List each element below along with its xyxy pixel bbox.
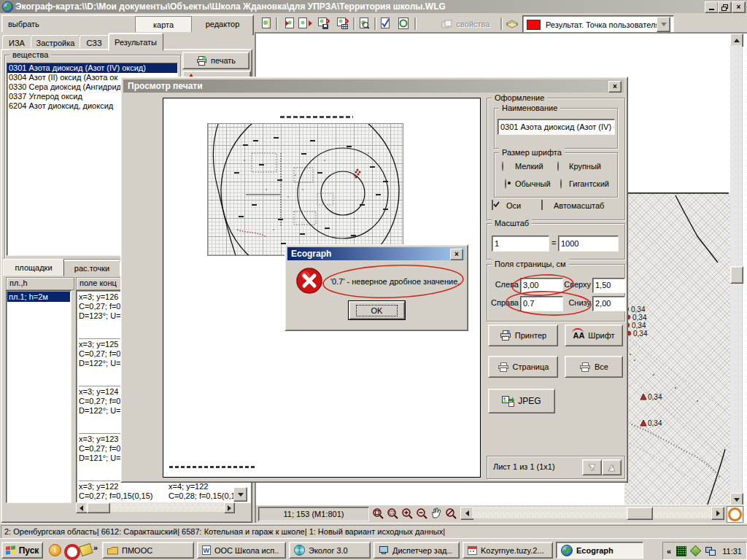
taskbar-item-ecolog[interactable]: Эколог 3.0	[289, 542, 371, 559]
save-map-icon[interactable]	[317, 17, 330, 31]
tab-ras-tochki[interactable]: рас.точки	[63, 260, 120, 276]
page-button[interactable]: Страница	[488, 356, 558, 378]
radio-small-label: Мелкий	[515, 162, 543, 171]
zoom-out-icon[interactable]	[415, 507, 428, 521]
app-icon	[2, 1, 13, 12]
new-map-icon[interactable]	[260, 17, 273, 31]
axes-checkbox[interactable]	[492, 200, 493, 210]
jpeg-button-label: JPEG	[518, 396, 541, 406]
page-microfooter	[169, 466, 257, 468]
minimize-button[interactable]	[705, 1, 719, 13]
map-coords: 11; 153 (М1:801)	[258, 507, 369, 521]
radio-giant[interactable]	[560, 179, 562, 189]
autoscale-checkbox[interactable]	[541, 200, 543, 210]
tray-more[interactable]: «	[667, 547, 671, 556]
zoom-in-icon[interactable]	[400, 507, 414, 521]
margin-top-input[interactable]: 1,50	[592, 278, 625, 293]
ecolog-icon	[294, 545, 305, 556]
printer-button[interactable]: Принтер	[488, 324, 558, 346]
taskbar-item-ecograph[interactable]: Ecograph	[556, 542, 643, 559]
print-preview-icon	[196, 56, 207, 66]
scale-denominator-input[interactable]: 1000	[558, 236, 619, 252]
clock-tool-icon[interactable]	[727, 506, 743, 523]
layers-icon[interactable]	[505, 19, 519, 31]
jpeg-button[interactable]: JPEG	[488, 389, 555, 413]
taskbar-item-taskmgr[interactable]: Диспетчер зад...	[374, 542, 460, 559]
scroll-right-icon[interactable]	[711, 507, 724, 520]
window-title: Экограф-карта:\\D:\Мои документы\Объекты…	[15, 1, 694, 12]
taskbar-item-label: Kozyrnye.tuzy.2...	[481, 546, 544, 555]
tray-network-icon[interactable]	[705, 547, 716, 556]
map-vscrollbar[interactable]	[730, 34, 743, 505]
taskbar-item-pmoos[interactable]: ПМООС	[102, 542, 194, 559]
tab-ploshchadki[interactable]: площадки	[3, 259, 64, 276]
restore-button[interactable]	[718, 1, 732, 13]
quicklaunch-more[interactable]: »	[93, 543, 98, 552]
error-close-icon[interactable]: ×	[450, 249, 463, 260]
taskbar-item-kozyrnye[interactable]: Kozyrnye.tuzy.2...	[462, 542, 553, 559]
layer-combobox-dropdown[interactable]	[657, 17, 670, 32]
zoom-page-icon[interactable]	[371, 507, 384, 521]
next-sheet-button[interactable]	[602, 459, 622, 475]
print-button[interactable]: печать	[182, 52, 249, 69]
start-button[interactable]: Пуск	[1, 542, 43, 559]
pan-hand-icon[interactable]	[430, 507, 443, 521]
tab-results[interactable]: Результаты	[108, 33, 163, 51]
tray-diamond-icon[interactable]	[690, 545, 702, 557]
design-label: Оформление	[492, 93, 547, 103]
error-icon	[295, 267, 323, 296]
layer-combobox[interactable]: Результат. Точка пользователя	[522, 15, 674, 34]
properties-button[interactable]: свойства	[433, 15, 498, 33]
site-item[interactable]: пл.1; h=2м	[7, 292, 70, 302]
scroll-right-icon[interactable]	[224, 502, 235, 513]
conc-hscrollbar[interactable]	[76, 502, 233, 513]
tab-label: Результаты	[115, 38, 157, 47]
map-hscrollbar[interactable]	[460, 507, 723, 519]
scale-numerator-input[interactable]: 1	[492, 236, 549, 252]
close-button[interactable]: ×	[732, 1, 746, 13]
target-icon[interactable]	[397, 17, 410, 31]
toolbar-separator	[500, 18, 503, 30]
preview-close-icon[interactable]: ×	[608, 81, 622, 93]
radio-small[interactable]	[502, 161, 503, 171]
all-button[interactable]: Все	[565, 356, 623, 378]
quicklaunch-info-icon[interactable]: i	[49, 544, 61, 556]
scroll-thumb[interactable]	[87, 502, 110, 513]
quicklaunch-opera-icon[interactable]	[64, 544, 80, 560]
scroll-thumb[interactable]	[627, 507, 653, 520]
export-map-icon[interactable]	[298, 17, 312, 31]
preview-icon[interactable]	[357, 17, 371, 31]
zoom-off-icon[interactable]	[444, 507, 457, 521]
jpeg-icon	[502, 396, 514, 407]
conc-item[interactable]: x=3; y=122C=0,27; f=0,15(0,15)D=120°; U=…	[79, 482, 165, 503]
tray-grid-icon[interactable]	[676, 546, 686, 556]
radio-large[interactable]	[557, 161, 559, 171]
margin-left-input[interactable]: 3,00	[520, 278, 563, 293]
name-input[interactable]: 0301 Азота диоксид (Азот (IV) о	[498, 119, 615, 135]
zoom-rect-icon[interactable]	[386, 507, 399, 521]
font-button[interactable]: AA Шрифт	[565, 324, 623, 346]
check-icon[interactable]	[379, 17, 392, 31]
ecograph-icon	[561, 545, 573, 556]
save-table-icon[interactable]	[336, 17, 349, 31]
import-map-icon[interactable]	[280, 17, 295, 31]
substance-item[interactable]: 0301 Азота диоксид (Азот (IV) оксид)	[7, 63, 177, 73]
site-list[interactable]: пл.1; h=2м	[6, 290, 71, 503]
calendar-icon	[468, 545, 477, 555]
tray-clock[interactable]: 11:31	[722, 547, 742, 556]
scroll-track[interactable]	[472, 507, 711, 518]
menu-select[interactable]: выбрать	[8, 20, 39, 28]
margin-right-input[interactable]: 0.7	[520, 296, 563, 311]
conc-dropdown-button[interactable]	[233, 487, 247, 502]
quicklaunch-note-icon[interactable]	[79, 543, 93, 556]
scroll-thumb[interactable]	[730, 266, 743, 284]
tab-editor[interactable]: редактор	[191, 16, 253, 32]
error-dialog: Ecograph × '0.7' - неверное дробное знач…	[285, 244, 468, 331]
prev-sheet-button[interactable]	[582, 459, 602, 475]
ok-button[interactable]: OK	[349, 301, 405, 319]
tab-map[interactable]: карта	[135, 16, 192, 34]
radio-normal[interactable]	[505, 179, 506, 189]
taskbar-item-oos[interactable]: W ООС Школа исп...	[197, 542, 286, 559]
substances-label: вещества	[9, 50, 51, 60]
margin-bottom-input[interactable]: 2,00	[592, 296, 625, 311]
